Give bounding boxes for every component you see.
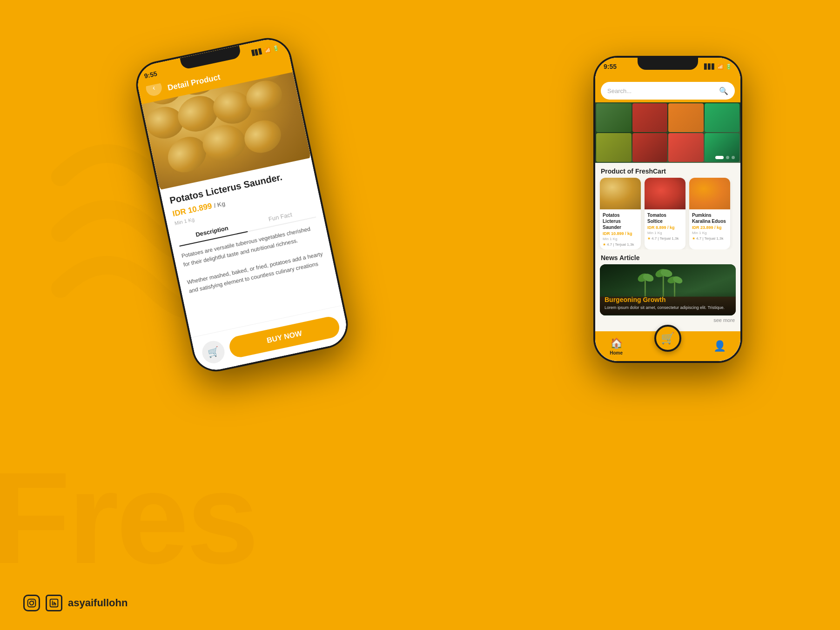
status-icons-left: ▋▋▋ 📶 🔋 bbox=[251, 45, 279, 56]
detail-product-screen: 9:55 ▋▋▋ 📶 🔋 ‹ Detail Product bbox=[134, 36, 350, 374]
linkedin-icon[interactable] bbox=[46, 595, 62, 611]
status-time-left: 9:55 bbox=[143, 70, 158, 80]
veg-cell-4 bbox=[705, 103, 740, 132]
cart-bubble-button[interactable]: 🛒 bbox=[654, 325, 681, 352]
card-price-potato: IDR 10.899 / kg bbox=[603, 231, 638, 236]
home-icon: 🏠 bbox=[610, 337, 623, 349]
veg-cell-7 bbox=[668, 133, 704, 162]
home-screen: 9:55 ▋▋▋ 📶 🔋 Search... 🔍 bbox=[595, 58, 740, 361]
news-body: Lorem ipsum dolor sit amet, consectetur … bbox=[605, 305, 731, 311]
potato-blob-11 bbox=[240, 115, 286, 158]
phones-container: 9:55 ▋▋▋ 📶 🔋 ‹ Detail Product bbox=[93, 23, 817, 593]
veg-cell-1 bbox=[596, 103, 632, 132]
veg-grid bbox=[595, 102, 740, 163]
profile-icon: 👤 bbox=[713, 340, 726, 352]
card-min-pumpkin: Min 1 Kg bbox=[692, 231, 727, 235]
news-card[interactable]: Burgeoning Growth Lorem ipsum dolor sit … bbox=[600, 264, 736, 315]
product-card-info-tomato: Tomatos Soltice IDR 8.899 / kg Min 1 Kg … bbox=[645, 209, 685, 243]
rating-value-tomato: 4.7 | Terjual 1,3k bbox=[652, 236, 679, 241]
card-min-potato: Min 1 Kg bbox=[603, 237, 638, 241]
phone-detail-product: 9:55 ▋▋▋ 📶 🔋 ‹ Detail Product bbox=[132, 34, 352, 376]
price-unit: / Kg bbox=[213, 200, 226, 209]
battery-icon: 🔋 bbox=[272, 45, 279, 52]
svg-point-11 bbox=[30, 601, 34, 605]
nav-home[interactable]: 🏠 Home bbox=[610, 337, 623, 355]
products-row: Potatos Licterus Saunder IDR 10.899 / kg… bbox=[595, 178, 740, 249]
product-card-pumpkin[interactable]: Pumkins Karalina Eduos IDR 23.899 / kg M… bbox=[689, 178, 730, 249]
banner-carousel[interactable] bbox=[595, 102, 740, 163]
nav-home-label: Home bbox=[610, 350, 623, 355]
news-title: Burgeoning Growth bbox=[605, 296, 731, 303]
card-name-potato: Potatos Licterus Saunder bbox=[603, 212, 638, 230]
card-rating-potato: ★ 4.7 | Terjual 1,3k bbox=[603, 242, 638, 247]
product-card-info-pumpkin: Pumkins Karalina Eduos IDR 23.899 / kg M… bbox=[689, 209, 730, 243]
product-card-info-potato: Potatos Licterus Saunder IDR 10.899 / kg… bbox=[600, 209, 641, 249]
see-more-link[interactable]: see more bbox=[595, 315, 740, 323]
dot-3 bbox=[732, 156, 735, 159]
star-icon-tomato: ★ bbox=[647, 236, 651, 241]
signal-icon: ▋▋▋ bbox=[251, 48, 263, 56]
phone-home: 9:55 ▋▋▋ 📶 🔋 Search... 🔍 bbox=[593, 56, 742, 363]
status-icons-right: ▋▋▋ 📶 🔋 bbox=[704, 64, 732, 70]
search-icon[interactable]: 🔍 bbox=[719, 87, 728, 95]
section-title-news: News Article bbox=[595, 249, 740, 264]
notch-right bbox=[638, 58, 698, 70]
potato-blob-10 bbox=[201, 123, 248, 163]
star-icon-pumpkin: ★ bbox=[692, 236, 695, 241]
svg-point-9 bbox=[672, 275, 684, 285]
social-username: asyaifullohn bbox=[68, 597, 128, 609]
wifi-icon-right: 📶 bbox=[717, 64, 724, 70]
news-overlay: Burgeoning Growth Lorem ipsum dolor sit … bbox=[600, 291, 736, 315]
search-bar[interactable]: Search... 🔍 bbox=[601, 82, 735, 100]
dot-1 bbox=[715, 156, 724, 159]
wifi-icon: 📶 bbox=[264, 46, 271, 54]
section-title-products: Product of FreshCart bbox=[595, 163, 740, 178]
card-rating-tomato: ★ 4.7 | Terjual 1,3k bbox=[647, 236, 683, 241]
social-footer: asyaifullohn bbox=[23, 595, 128, 611]
svg-point-12 bbox=[34, 601, 34, 602]
veg-cell-3 bbox=[668, 103, 704, 132]
product-card-potato[interactable]: Potatos Licterus Saunder IDR 10.899 / kg… bbox=[600, 178, 641, 249]
battery-icon-right: 🔋 bbox=[726, 64, 732, 70]
card-rating-pumpkin: ★ 4.7 | Terjual 1,3k bbox=[692, 236, 727, 241]
card-min-tomato: Min 1 Kg bbox=[647, 231, 683, 235]
product-image-pumpkin bbox=[689, 178, 730, 209]
product-card-tomato[interactable]: Tomatos Soltice IDR 8.899 / kg Min 1 Kg … bbox=[645, 178, 685, 249]
rating-value-pumpkin: 4.7 | Terjual 1,3k bbox=[696, 236, 723, 241]
cart-small-button[interactable]: 🛒 bbox=[200, 339, 227, 365]
dot-2 bbox=[726, 156, 729, 159]
veg-cell-2 bbox=[632, 103, 668, 132]
veg-cell-6 bbox=[632, 133, 668, 162]
product-image-tomato bbox=[645, 178, 685, 209]
status-time-right: 9:55 bbox=[604, 63, 617, 70]
product-image-potato bbox=[600, 178, 641, 209]
rating-value-potato: 4.7 | Terjual 1,3k bbox=[607, 242, 634, 247]
star-icon: ★ bbox=[603, 242, 606, 247]
card-name-pumpkin: Pumkins Karalina Eduos bbox=[692, 212, 727, 224]
search-placeholder: Search... bbox=[607, 87, 715, 94]
card-price-tomato: IDR 8.899 / kg bbox=[647, 225, 683, 230]
card-name-tomato: Tomatos Soltice bbox=[647, 212, 683, 224]
card-price-pumpkin: IDR 23.899 / kg bbox=[692, 225, 727, 230]
home-content: Product of FreshCart Potatos Licterus Sa… bbox=[595, 102, 740, 331]
nav-profile[interactable]: 👤 bbox=[713, 340, 726, 352]
svg-rect-10 bbox=[28, 599, 36, 607]
instagram-icon[interactable] bbox=[23, 595, 40, 611]
signal-icon-right: ▋▋▋ bbox=[704, 64, 715, 70]
banner-dots bbox=[715, 156, 735, 159]
bottom-nav: 🏠 Home 👤 🛒 bbox=[595, 331, 740, 361]
veg-cell-5 bbox=[596, 133, 632, 162]
